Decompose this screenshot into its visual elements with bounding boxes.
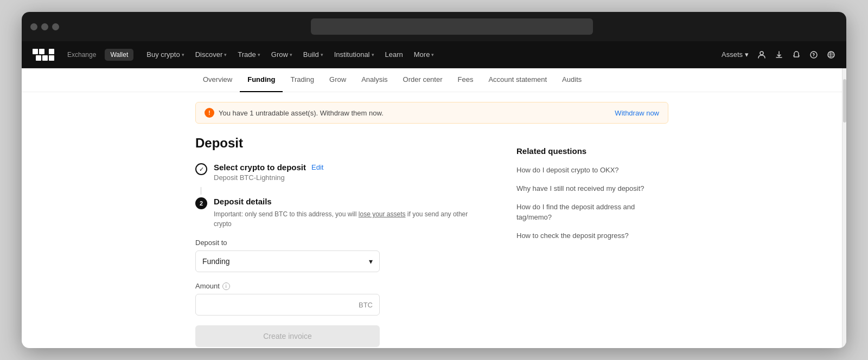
amount-field[interactable]: BTC bbox=[195, 294, 380, 316]
alert-message: You have 1 untradable asset(s). Withdraw… bbox=[219, 109, 384, 117]
assets-button[interactable]: Assets ▾ bbox=[722, 50, 749, 59]
alert-icon: ! bbox=[205, 108, 214, 118]
deposit-to-label: Deposit to bbox=[195, 239, 484, 247]
nav-build[interactable]: Build ▾ bbox=[299, 48, 328, 61]
trade-chevron-icon: ▾ bbox=[258, 52, 260, 57]
user-icon-button[interactable] bbox=[757, 50, 766, 59]
okx-logo[interactable] bbox=[33, 49, 54, 61]
institutional-chevron-icon: ▾ bbox=[372, 52, 374, 57]
nav-trade[interactable]: Trade ▾ bbox=[233, 48, 264, 61]
related-question-1[interactable]: Why have I still not received my deposit… bbox=[516, 184, 668, 194]
wallet-button[interactable]: Wallet bbox=[105, 49, 133, 61]
subnav-audits[interactable]: Audits bbox=[554, 68, 589, 92]
amount-label: Amount i bbox=[195, 282, 484, 290]
content-row: Overview Funding Trading Grow Analysis O… bbox=[22, 68, 846, 348]
tl-yellow bbox=[41, 23, 48, 30]
related-question-3[interactable]: How to check the deposit progress? bbox=[516, 231, 668, 241]
svg-rect-0 bbox=[33, 49, 38, 54]
step2-row: 2 Deposit details Important: only send B… bbox=[195, 197, 484, 229]
step1-circle bbox=[195, 163, 207, 175]
step2-circle: 2 bbox=[195, 197, 207, 209]
traffic-lights bbox=[30, 23, 59, 30]
subnav-funding[interactable]: Funding bbox=[240, 68, 283, 92]
step1-row: Select crypto to deposit Edit Deposit BT… bbox=[195, 163, 484, 182]
related-title: Related questions bbox=[516, 146, 668, 156]
tl-green bbox=[52, 23, 59, 30]
svg-rect-1 bbox=[39, 49, 44, 54]
step1-title: Select crypto to deposit bbox=[214, 163, 306, 172]
nav-learn[interactable]: Learn bbox=[381, 48, 407, 61]
alert-banner: ! You have 1 untradable asset(s). Withdr… bbox=[195, 102, 668, 124]
step2-title: Deposit details bbox=[214, 197, 272, 206]
related-question-2[interactable]: How do I find the deposit address and ta… bbox=[516, 202, 668, 222]
svg-point-6 bbox=[760, 52, 763, 55]
navbar: Exchange Wallet Buy crypto ▾ Discover ▾ … bbox=[22, 41, 846, 68]
deposit-to-chevron-icon: ▾ bbox=[369, 257, 373, 266]
content-area: ! You have 1 untradable asset(s). Withdr… bbox=[22, 92, 842, 348]
browser-chrome bbox=[22, 12, 846, 41]
build-chevron-icon: ▾ bbox=[321, 52, 323, 57]
subnav-order-center[interactable]: Order center bbox=[395, 68, 450, 92]
subnav: Overview Funding Trading Grow Analysis O… bbox=[22, 68, 842, 92]
alert-left: ! You have 1 untradable asset(s). Withdr… bbox=[205, 108, 384, 118]
subnav-grow[interactable]: Grow bbox=[322, 68, 354, 92]
tl-red bbox=[30, 23, 37, 30]
grow-chevron-icon: ▾ bbox=[290, 52, 292, 57]
svg-rect-2 bbox=[36, 55, 41, 61]
nav-more[interactable]: More ▾ bbox=[410, 48, 439, 61]
subnav-fees[interactable]: Fees bbox=[450, 68, 481, 92]
nav-links: Buy crypto ▾ Discover ▾ Trade ▾ Grow ▾ B… bbox=[142, 48, 718, 61]
subnav-overview[interactable]: Overview bbox=[195, 68, 240, 92]
buy-crypto-chevron-icon: ▾ bbox=[182, 52, 184, 57]
nav-institutional[interactable]: Institutional ▾ bbox=[330, 48, 379, 61]
nav-buy-crypto[interactable]: Buy crypto ▾ bbox=[142, 48, 188, 61]
svg-rect-4 bbox=[49, 49, 54, 54]
amount-input[interactable] bbox=[202, 300, 359, 309]
more-chevron-icon: ▾ bbox=[431, 52, 434, 57]
nav-discover[interactable]: Discover ▾ bbox=[191, 48, 232, 61]
bell-icon-button[interactable] bbox=[792, 50, 801, 59]
discover-chevron-icon: ▾ bbox=[224, 52, 227, 57]
scroll-thumb[interactable] bbox=[843, 79, 846, 123]
amount-info-icon[interactable]: i bbox=[222, 282, 230, 290]
deposit-to-select[interactable]: Funding ▾ bbox=[195, 250, 380, 272]
related-question-0[interactable]: How do I deposit crypto to OKX? bbox=[516, 165, 668, 175]
deposit-section: Deposit Select crypto to deposit Edit bbox=[195, 136, 484, 348]
step1-subtitle: Deposit BTC-Lightning bbox=[214, 173, 323, 182]
subnav-trading[interactable]: Trading bbox=[283, 68, 322, 92]
related-questions-sidebar: Related questions How do I deposit crypt… bbox=[516, 136, 668, 348]
download-icon-button[interactable] bbox=[775, 50, 783, 59]
subnav-account-statement[interactable]: Account statement bbox=[481, 68, 554, 92]
help-icon-button[interactable] bbox=[809, 50, 818, 59]
step-connector-line bbox=[201, 187, 201, 195]
nav-grow[interactable]: Grow ▾ bbox=[267, 48, 297, 61]
amount-currency: BTC bbox=[359, 301, 373, 309]
globe-icon-button[interactable] bbox=[827, 50, 835, 59]
assets-chevron-icon: ▾ bbox=[745, 50, 749, 59]
deposit-title: Deposit bbox=[195, 136, 484, 151]
withdraw-now-link[interactable]: Withdraw now bbox=[615, 109, 659, 117]
svg-point-8 bbox=[814, 56, 814, 57]
step2-warning: Important: only send BTC to this address… bbox=[214, 209, 484, 229]
exchange-button[interactable]: Exchange bbox=[62, 49, 101, 61]
subnav-analysis[interactable]: Analysis bbox=[354, 68, 395, 92]
svg-rect-3 bbox=[42, 55, 48, 61]
scrollbar[interactable] bbox=[842, 68, 846, 348]
svg-rect-5 bbox=[49, 55, 54, 61]
step1-edit-link[interactable]: Edit bbox=[311, 163, 323, 171]
address-bar[interactable] bbox=[311, 18, 593, 35]
nav-right: Assets ▾ bbox=[722, 50, 835, 59]
create-invoice-button[interactable]: Create invoice bbox=[195, 325, 380, 347]
